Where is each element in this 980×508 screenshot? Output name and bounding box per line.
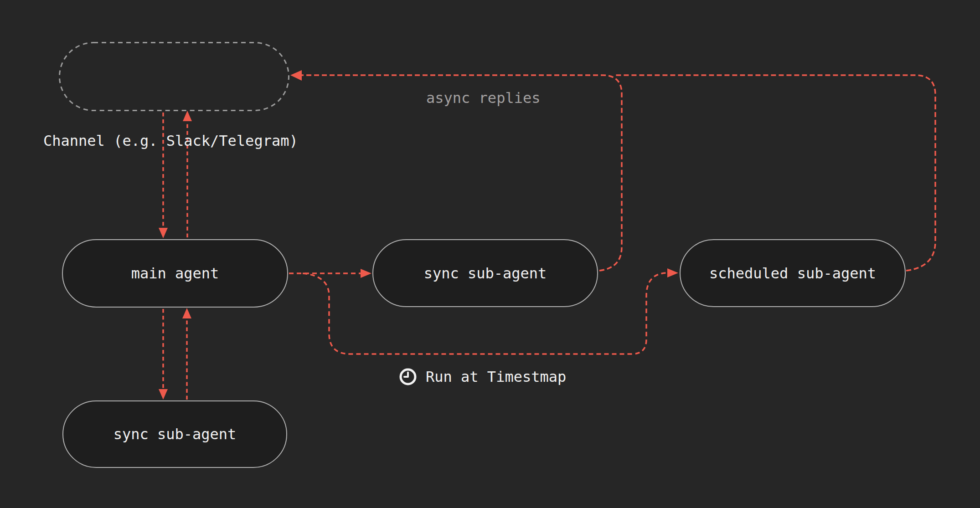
arrowhead-into-sync-bottom-top bbox=[159, 389, 168, 400]
diagram-canvas: main agent sync sub-agent scheduled sub-… bbox=[0, 0, 980, 508]
arrowhead-into-main-bottom bbox=[182, 308, 191, 318]
arrowhead-into-channel-right bbox=[290, 70, 302, 81]
node-sync-sub-agent-bottom: sync sub-agent bbox=[62, 400, 287, 468]
channel-node bbox=[60, 43, 289, 111]
arrowhead-into-channel-bottom bbox=[183, 111, 192, 121]
node-sync-sub-agent: sync sub-agent bbox=[372, 239, 598, 307]
arrowhead-into-scheduled-left bbox=[667, 268, 678, 277]
arrowhead-into-main-top bbox=[159, 228, 168, 238]
node-main-agent-label: main agent bbox=[131, 265, 219, 282]
async-replies-caption: async replies bbox=[426, 89, 540, 107]
arrowhead-into-sync-left bbox=[361, 269, 371, 278]
channel-caption: Channel (e.g. Slack/Telegram) bbox=[43, 132, 298, 149]
node-sync-sub-agent-label: sync sub-agent bbox=[424, 265, 547, 282]
node-main-agent: main agent bbox=[62, 239, 288, 308]
clock-icon bbox=[398, 367, 418, 386]
node-sync-sub-agent-bottom-label: sync sub-agent bbox=[113, 426, 237, 443]
node-scheduled-sub-agent: scheduled sub-agent bbox=[680, 239, 906, 307]
run-at-caption: Run at Timestmap bbox=[426, 368, 566, 385]
run-at-caption-group: Run at Timestmap bbox=[398, 367, 566, 386]
node-scheduled-sub-agent-label: scheduled sub-agent bbox=[709, 265, 876, 282]
